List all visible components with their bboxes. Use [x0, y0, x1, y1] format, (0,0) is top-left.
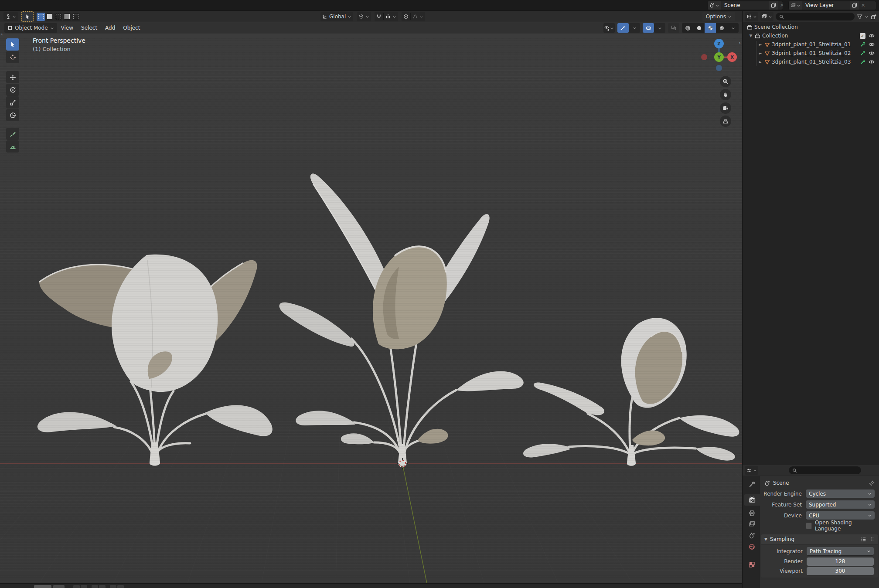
modifier-wrench-icon[interactable] [860, 59, 865, 65]
new-collection-icon[interactable] [871, 14, 876, 20]
chevron-down-icon[interactable] [419, 15, 423, 19]
region-collapse-arrow-left[interactable]: ‹ [1, 34, 3, 37]
device-dropdown[interactable]: CPU [806, 511, 875, 520]
menu-object[interactable]: Object [119, 25, 144, 31]
shading-material-button[interactable] [705, 23, 716, 33]
viewport-samples-field[interactable]: 300 [807, 567, 874, 575]
sampling-panel-header[interactable]: ▼ Sampling [761, 534, 878, 544]
render-samples-field[interactable]: 128 [807, 557, 874, 566]
properties-search-input[interactable] [789, 466, 861, 474]
collection-checkbox[interactable]: ✓ [860, 33, 865, 39]
mode-dropdown[interactable]: Object Mode [4, 23, 57, 33]
outliner-row-collection[interactable]: ▼ Collection [749, 31, 788, 40]
select-mode-intersect[interactable] [72, 13, 80, 21]
object-name[interactable]: 3dprint_plant_01_Strelitzia_02 [772, 50, 851, 56]
tab-output[interactable] [744, 507, 760, 519]
play-reverse-button[interactable] [92, 585, 98, 588]
options-dropdown[interactable]: Options [702, 12, 735, 21]
view-layer-selector[interactable]: View Layer ✕ [788, 1, 876, 10]
scene-collection-label[interactable]: Scene Collection [754, 24, 798, 30]
eye-icon[interactable] [869, 50, 875, 56]
properties-editor-type-button[interactable] [745, 466, 758, 475]
pin-icon[interactable] [869, 480, 875, 486]
object-name[interactable]: 3dprint_plant_01_Strelitzia_01 [772, 41, 851, 48]
chevron-down-icon[interactable] [865, 15, 869, 19]
expand-arrow-icon[interactable]: ► [758, 60, 763, 64]
editor-type-button[interactable] [3, 12, 18, 21]
eye-icon[interactable] [869, 33, 875, 39]
select-mode-extend[interactable] [45, 13, 54, 21]
snap-increment-icon[interactable] [385, 14, 391, 19]
shading-solid-button[interactable] [693, 23, 705, 33]
proportional-editing-icon[interactable] [403, 14, 409, 19]
gizmo-dropdown[interactable] [629, 23, 640, 33]
scene-selector[interactable]: Scene ✕ [707, 1, 783, 10]
view-layer-browse-button[interactable] [789, 1, 802, 10]
camera-view-button[interactable] [720, 102, 731, 114]
timeline-strip[interactable] [0, 583, 742, 588]
show-gizmo-toggle[interactable] [617, 23, 629, 33]
transform-orientation-dropdown[interactable]: Global [320, 12, 353, 21]
osl-checkbox[interactable] [806, 523, 812, 529]
pan-button[interactable] [720, 89, 731, 100]
select-mode-set[interactable] [37, 13, 45, 21]
tab-tool[interactable] [744, 479, 760, 490]
tool-annotate[interactable] [6, 128, 19, 140]
gizmo-axis-z-negative[interactable] [716, 65, 722, 71]
tool-cursor[interactable] [6, 51, 19, 63]
select-mode-subtract[interactable] [54, 13, 62, 21]
overlays-dropdown[interactable] [654, 23, 665, 33]
plant-strelitzia-01[interactable] [37, 255, 273, 466]
previous-keyframe-button[interactable] [81, 585, 87, 588]
tab-view-layer[interactable] [744, 518, 760, 530]
snap-magnet-icon[interactable] [376, 14, 382, 19]
view-layer-new-button[interactable] [850, 1, 859, 10]
menu-add[interactable]: Add [101, 25, 119, 31]
xray-toggle[interactable] [668, 23, 679, 33]
play-button[interactable] [99, 585, 106, 588]
tool-select-box[interactable] [6, 38, 19, 51]
view-layer-name[interactable]: View Layer [802, 2, 850, 8]
outliner[interactable]: Scene Collection ▼ Collection ✓ ► 3dprin… [743, 22, 879, 465]
shading-rendered-button[interactable] [716, 23, 727, 33]
scene-browse-button[interactable] [708, 1, 721, 10]
outliner-row-object[interactable]: ► 3dprint_plant_01_Strelitzia_01 [758, 40, 851, 49]
outliner-filter-id-button[interactable] [760, 12, 773, 21]
plant-strelitzia-02[interactable] [279, 173, 523, 466]
modifier-wrench-icon[interactable] [860, 42, 865, 47]
expand-arrow-icon[interactable]: ▼ [749, 34, 753, 38]
modifier-wrench-icon[interactable] [860, 51, 865, 56]
tool-move[interactable] [6, 71, 19, 83]
tab-texture[interactable] [744, 559, 760, 570]
perspective-toggle-button[interactable] [720, 116, 731, 127]
active-tool-indicator[interactable] [21, 11, 34, 22]
gizmo-axis-x-negative[interactable] [701, 54, 707, 60]
feature-set-dropdown[interactable]: Supported [806, 500, 875, 509]
tool-measure[interactable] [6, 140, 19, 153]
tool-transform[interactable] [6, 109, 19, 121]
integrator-dropdown[interactable]: Path Tracing [807, 547, 874, 555]
scene-name[interactable]: Scene [721, 2, 769, 8]
scene-new-button[interactable] [769, 1, 778, 10]
filter-funnel-icon[interactable] [857, 14, 862, 20]
scene-unlink-button[interactable]: ✕ [778, 3, 783, 8]
eye-icon[interactable] [869, 41, 875, 48]
show-overlays-toggle[interactable] [643, 23, 654, 33]
gizmo-axis-y[interactable]: Y [714, 52, 724, 62]
zoom-button[interactable] [720, 76, 731, 87]
gizmo-axis-z[interactable]: Z [714, 39, 724, 48]
tool-scale[interactable] [6, 96, 19, 109]
view-layer-remove-button[interactable]: ✕ [859, 3, 867, 8]
outliner-display-mode-button[interactable] [745, 12, 758, 21]
falloff-curve-icon[interactable] [412, 14, 418, 19]
presets-list-icon[interactable] [861, 537, 866, 542]
jump-to-end-button[interactable] [117, 585, 124, 588]
menu-select[interactable]: Select [77, 25, 101, 31]
chevron-down-icon[interactable] [392, 15, 396, 19]
jump-to-start-button[interactable] [73, 585, 80, 588]
timeline-frame-field[interactable] [34, 585, 51, 588]
shading-wireframe-button[interactable] [682, 23, 693, 33]
select-mode-invert[interactable] [63, 13, 71, 21]
3d-viewport[interactable]: Front Perspective (1) Collection Z Y X [0, 34, 742, 583]
expand-arrow-icon[interactable]: ► [758, 51, 763, 55]
